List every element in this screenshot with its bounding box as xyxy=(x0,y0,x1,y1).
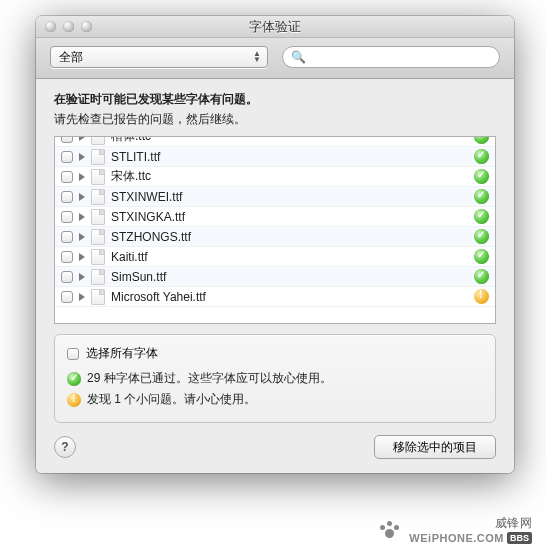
warning-line: 发现 1 个小问题。请小心使用。 xyxy=(67,391,483,408)
summary-box: 选择所有字体 29 种字体已通过。这些字体应可以放心使用。 发现 1 个小问题。… xyxy=(54,334,496,423)
font-row[interactable]: Kaiti.ttf xyxy=(55,247,495,267)
font-row[interactable]: 楷体.ttc xyxy=(55,136,495,147)
disclosure-triangle-icon[interactable] xyxy=(79,153,85,161)
font-row[interactable]: STZHONGS.ttf xyxy=(55,227,495,247)
filter-select-value: 全部 xyxy=(59,49,83,66)
font-checkbox[interactable] xyxy=(61,136,73,143)
font-checkbox[interactable] xyxy=(61,231,73,243)
search-input[interactable] xyxy=(310,50,491,64)
font-row[interactable]: Microsoft Yahei.ttf xyxy=(55,287,495,307)
font-file-icon xyxy=(91,249,105,265)
font-row[interactable]: 宋体.ttc xyxy=(55,167,495,187)
font-name: 宋体.ttc xyxy=(111,168,470,185)
font-file-icon xyxy=(91,269,105,285)
disclosure-triangle-icon[interactable] xyxy=(79,193,85,201)
font-row[interactable]: STXINGKA.ttf xyxy=(55,207,495,227)
status-ok-icon xyxy=(474,169,489,184)
font-file-icon xyxy=(91,149,105,165)
search-icon: 🔍 xyxy=(291,50,306,64)
font-name: STLITI.ttf xyxy=(111,150,470,164)
checkmark-icon xyxy=(67,372,81,386)
passed-text: 29 种字体已通过。这些字体应可以放心使用。 xyxy=(87,370,332,387)
footer: ? 移除选中的项目 xyxy=(54,435,496,459)
minimize-button[interactable] xyxy=(63,21,74,32)
font-file-icon xyxy=(91,136,105,145)
content: 在验证时可能已发现某些字体有问题。 请先检查已报告的问题，然后继续。 楷体.tt… xyxy=(36,79,514,473)
font-row[interactable]: STXINWEI.ttf xyxy=(55,187,495,207)
font-file-icon xyxy=(91,289,105,305)
font-checkbox[interactable] xyxy=(61,291,73,303)
font-file-icon xyxy=(91,189,105,205)
font-row[interactable]: STLITI.ttf xyxy=(55,147,495,167)
disclosure-triangle-icon[interactable] xyxy=(79,213,85,221)
status-ok-icon xyxy=(474,229,489,244)
font-name: 楷体.ttc xyxy=(111,136,470,145)
status-ok-icon xyxy=(474,149,489,164)
font-checkbox[interactable] xyxy=(61,251,73,263)
font-checkbox[interactable] xyxy=(61,171,73,183)
titlebar: 字体验证 xyxy=(36,16,514,38)
font-row[interactable]: SimSun.ttf xyxy=(55,267,495,287)
font-file-icon xyxy=(91,229,105,245)
select-all-row: 选择所有字体 xyxy=(67,345,483,362)
font-file-icon xyxy=(91,169,105,185)
filter-select[interactable]: 全部 ▲▼ xyxy=(50,46,268,68)
select-all-checkbox[interactable] xyxy=(67,348,79,360)
font-checkbox[interactable] xyxy=(61,211,73,223)
watermark-text: 威锋网 WEiPHONE.COM BBS xyxy=(409,515,532,544)
status-warning-icon xyxy=(474,289,489,304)
font-name: STXINWEI.ttf xyxy=(111,190,470,204)
window: 字体验证 全部 ▲▼ 🔍 在验证时可能已发现某些字体有问题。 请先检查已报告的问… xyxy=(36,16,514,473)
remove-selected-button[interactable]: 移除选中的项目 xyxy=(374,435,496,459)
disclosure-triangle-icon[interactable] xyxy=(79,253,85,261)
window-title: 字体验证 xyxy=(36,18,514,36)
paw-icon xyxy=(379,521,401,539)
font-name: Kaiti.ttf xyxy=(111,250,470,264)
font-list[interactable]: 楷体.ttcSTLITI.ttf宋体.ttcSTXINWEI.ttfSTXING… xyxy=(54,136,496,324)
warning-icon xyxy=(67,393,81,407)
disclosure-triangle-icon[interactable] xyxy=(79,233,85,241)
font-checkbox[interactable] xyxy=(61,191,73,203)
status-ok-icon xyxy=(474,269,489,284)
watermark: 威锋网 WEiPHONE.COM BBS xyxy=(379,515,532,544)
close-button[interactable] xyxy=(45,21,56,32)
font-checkbox[interactable] xyxy=(61,271,73,283)
font-name: Microsoft Yahei.ttf xyxy=(111,290,470,304)
disclosure-triangle-icon[interactable] xyxy=(79,136,85,141)
warning-text: 发现 1 个小问题。请小心使用。 xyxy=(87,391,256,408)
font-checkbox[interactable] xyxy=(61,151,73,163)
status-ok-icon xyxy=(474,209,489,224)
font-name: STXINGKA.ttf xyxy=(111,210,470,224)
select-arrows-icon: ▲▼ xyxy=(253,51,261,63)
font-name: STZHONGS.ttf xyxy=(111,230,470,244)
status-ok-icon xyxy=(474,189,489,204)
select-all-label: 选择所有字体 xyxy=(86,345,158,362)
message-heading: 在验证时可能已发现某些字体有问题。 xyxy=(54,91,496,108)
font-file-icon xyxy=(91,209,105,225)
search-field[interactable]: 🔍 xyxy=(282,46,500,68)
message-sub: 请先检查已报告的问题，然后继续。 xyxy=(54,111,496,128)
zoom-button[interactable] xyxy=(81,21,92,32)
font-name: SimSun.ttf xyxy=(111,270,470,284)
bbs-badge: BBS xyxy=(507,532,532,544)
toolbar: 全部 ▲▼ 🔍 xyxy=(36,38,514,79)
disclosure-triangle-icon[interactable] xyxy=(79,293,85,301)
help-button[interactable]: ? xyxy=(54,436,76,458)
passed-line: 29 种字体已通过。这些字体应可以放心使用。 xyxy=(67,370,483,387)
status-ok-icon xyxy=(474,136,489,144)
disclosure-triangle-icon[interactable] xyxy=(79,273,85,281)
traffic-lights xyxy=(36,21,92,32)
disclosure-triangle-icon[interactable] xyxy=(79,173,85,181)
status-ok-icon xyxy=(474,249,489,264)
